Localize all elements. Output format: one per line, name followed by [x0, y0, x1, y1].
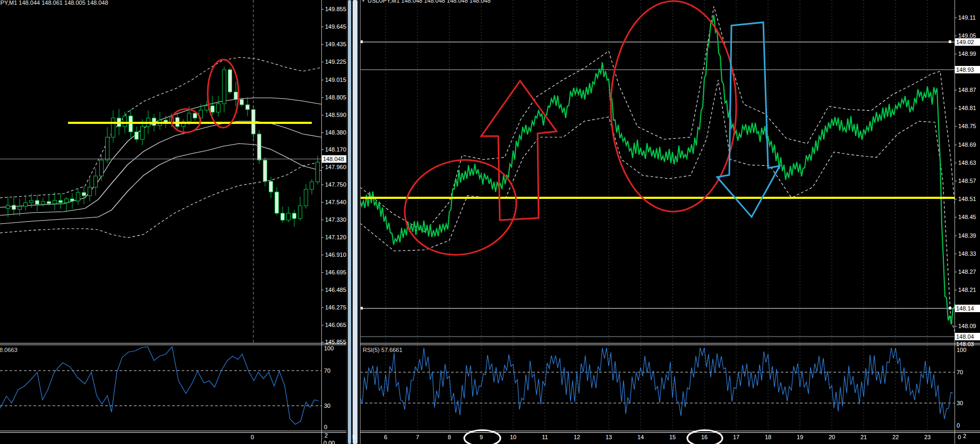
candle-body [76, 192, 80, 201]
candle-body [106, 137, 109, 160]
axis-tick [321, 220, 323, 220]
axis-tick [955, 18, 957, 18]
price-tick-label: 148.170 [325, 146, 346, 153]
candle-body [310, 182, 314, 189]
axis-tick [321, 202, 323, 203]
candle-body [217, 104, 220, 112]
axis-tick [321, 62, 323, 62]
candle-body [94, 176, 98, 187]
price-tick-label: 148.51 [958, 196, 976, 202]
candle-body [193, 113, 197, 118]
axis-tick [321, 115, 323, 115]
price-tick-label: 148.09 [958, 323, 976, 329]
price-tick-label: 148.99 [958, 51, 976, 57]
right-pane-separator[interactable] [360, 343, 980, 344]
candle-body [293, 213, 296, 219]
price-tick-label: 149.015 [325, 77, 346, 83]
candle-body [112, 118, 115, 137]
price-tick-label: 147.540 [325, 199, 346, 205]
candle-body [211, 106, 215, 112]
price-tick-label: 149.855 [325, 6, 346, 12]
red-ellipse-annotation[interactable] [611, 1, 736, 212]
price-tick-label: 148.380 [325, 129, 346, 136]
right-pane-separator[interactable] [360, 345, 980, 345]
splitter-bar-icon [353, 0, 357, 444]
axis-tick [955, 36, 957, 36]
price-tick-label: 146.910 [325, 252, 346, 258]
axis-tick [955, 326, 957, 326]
left-price-pane[interactable] [0, 0, 321, 343]
time-tick-label: 16 [701, 434, 708, 440]
time-tick-label: 14 [637, 434, 644, 440]
axis-tick [321, 97, 323, 98]
axis-tick [955, 236, 957, 236]
right-chart-title: USDJPY,M1 148.048 148.048 148.048 148.04… [368, 0, 491, 4]
candle-body [36, 200, 39, 204]
axis-tick [955, 126, 957, 127]
candle-body [223, 70, 226, 104]
upper_dashed-band-line [0, 57, 321, 198]
candle-body [263, 160, 267, 181]
window-splitter[interactable] [346, 0, 360, 444]
rsi-scale-label: 0 [957, 422, 960, 429]
price-tick-label: 148.63 [958, 160, 976, 166]
time-tick-label: 11 [542, 434, 548, 440]
charts-canvas[interactable] [0, 0, 980, 444]
price-tick-label: 149.435 [325, 41, 346, 47]
left-rsi-value-label: 48.0663 [0, 347, 18, 353]
left-rsi-pane[interactable] [0, 347, 321, 424]
line-endpoint-marker[interactable] [949, 307, 951, 309]
current-price-badge: 148.048 [322, 155, 346, 163]
axis-tick [321, 185, 323, 185]
left-pane-separator[interactable] [0, 343, 346, 344]
axis-tick [321, 132, 323, 133]
axis-tick [321, 272, 323, 273]
axis-tick [955, 181, 957, 181]
red-ellipse-annotation[interactable] [395, 148, 526, 266]
right-rsi-pane[interactable] [354, 345, 959, 431]
time-tick-label: 19 [797, 434, 803, 440]
red-up-arrow-annotation[interactable] [481, 81, 557, 220]
time-tick-label: 13 [606, 434, 612, 440]
candle-body [299, 206, 302, 219]
line-price-badge: 149.02 [955, 38, 980, 46]
current-price-badge: 148.04 [955, 333, 980, 340]
time-tick-label: 0 [251, 434, 254, 440]
candle-body [269, 181, 273, 192]
splitter-bar-icon [348, 0, 351, 444]
time-tick-label: 9 [480, 434, 483, 440]
left-pane-separator[interactable] [0, 345, 346, 345]
price-tick-label: 146.275 [325, 304, 346, 311]
price-tick-label: 147.120 [325, 234, 346, 240]
price-tick-label: 148.45 [958, 214, 976, 220]
right-price-pane[interactable] [354, 0, 980, 355]
chart-marker-icon: ▼ [361, 0, 365, 3]
price-tick-label: 146.065 [325, 322, 346, 328]
terminal-workspace: USDJPY,M1 148.044 148.061 148.005 148.04… [0, 0, 980, 444]
price-tick-label: 148.39 [958, 232, 976, 239]
candle-body [71, 199, 74, 201]
price-tick-label: 148.590 [325, 112, 346, 118]
price-tick-label: 145.855 [325, 339, 346, 345]
time-tick-label: 21 [860, 434, 867, 440]
lower-band-line [0, 144, 321, 224]
axis-tick [955, 217, 957, 217]
rsi-scale-label: 30 [957, 400, 963, 406]
candle-body [240, 99, 244, 105]
price-tick-label: 148.75 [958, 123, 976, 129]
axis-tick [955, 108, 957, 108]
line-endpoint-marker[interactable] [949, 40, 951, 43]
left-time-separator [0, 432, 346, 433]
price-tick-label: 148.69 [958, 141, 976, 148]
time-tick-label: 20 [829, 434, 835, 440]
candle-body [88, 187, 92, 196]
price-tick-label: 147.960 [325, 164, 346, 170]
rsi-scale-label: 70 [324, 367, 330, 374]
axis-tick [955, 54, 957, 54]
axis-tick [955, 272, 957, 272]
candle-body [6, 205, 10, 208]
axis-tick [321, 27, 323, 27]
candle-body [234, 92, 238, 99]
candle-body [205, 106, 209, 110]
candle-body [41, 202, 45, 204]
